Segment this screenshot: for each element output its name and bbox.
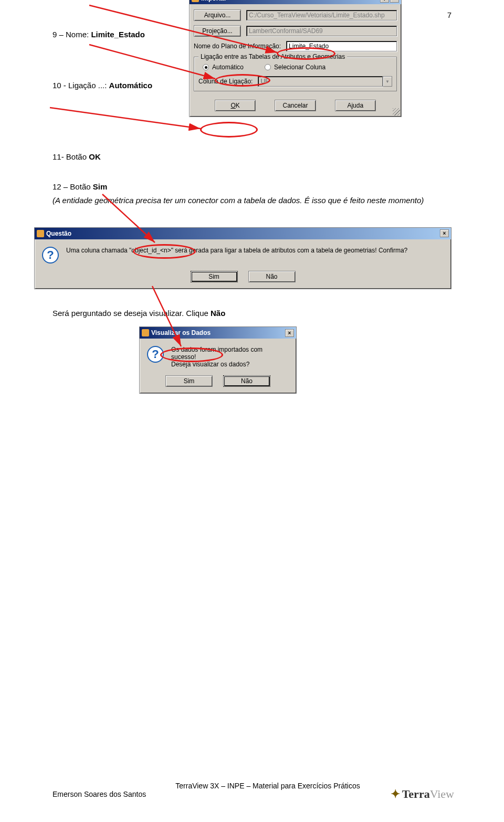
dialog-visualizar-title: Visualizar os Dados	[151, 329, 211, 336]
step-10-value: Automático	[109, 81, 153, 90]
cancelar-button[interactable]: Cancelar	[275, 100, 316, 111]
line-visualizar: Será perguntado se deseja visualizar. Cl…	[52, 308, 452, 320]
step-11-prefix: 11- Botão	[52, 152, 89, 161]
step-11: 11- Botão OK	[52, 151, 452, 163]
visualizar-bold: Não	[211, 309, 225, 318]
step-9-value: Limite_Estado	[91, 30, 145, 39]
coluna-field: UF	[258, 76, 383, 87]
close-button[interactable]: ×	[390, 0, 399, 3]
terraview-icon	[192, 0, 199, 2]
dialog-questao-title: Questão	[46, 230, 71, 237]
radio-checked-icon	[203, 64, 209, 70]
coluna-label: Coluna de Ligação:	[198, 78, 253, 85]
step-10-prefix: 10 - Ligação ...:	[52, 81, 109, 90]
question-icon: ?	[42, 247, 59, 264]
visualizar-msg-l1: Os dados foram importados com sucesso!	[171, 346, 289, 361]
ok-button[interactable]: OK	[215, 100, 256, 111]
dialog-visualizar: Visualizar os Dados × ? Os dados foram i…	[139, 326, 297, 394]
radio-selecionar[interactable]: Selecionar Coluna	[265, 64, 326, 71]
close-button[interactable]: ×	[440, 229, 449, 237]
radio-unchecked-icon	[265, 64, 271, 70]
visualizar-prefix: Será perguntado se deseja visualizar. Cl…	[52, 309, 211, 318]
dialog-questao-titlebar[interactable]: Questão ×	[35, 228, 451, 239]
sim-button[interactable]: Sim	[165, 375, 213, 387]
ligacao-group-title: Ligação entre as Tabelas de Atributos e …	[198, 53, 347, 60]
projecao-field: LambertConformal/SAD69	[246, 26, 397, 36]
step-9-prefix: 9 – Nome:	[52, 30, 91, 39]
dialog-questao: Questão × ? Uma coluna chamada "object_i…	[34, 227, 452, 289]
terraview-logo: ✦ TerraView	[391, 787, 454, 801]
dialog-importar-title: Importar	[201, 0, 227, 2]
close-button[interactable]: ×	[285, 329, 294, 337]
nao-button[interactable]: Não	[223, 375, 270, 387]
projecao-button[interactable]: Projeção...	[194, 25, 241, 37]
dialog-visualizar-titlebar[interactable]: Visualizar os Dados ×	[140, 327, 296, 339]
help-button[interactable]: ?	[380, 0, 389, 3]
plano-label: Nome do Plano de Informação:	[194, 43, 281, 50]
resize-grip-icon[interactable]	[393, 108, 400, 115]
arquivo-field: C:/Curso_TerraView/Vetoriais/Limite_Esta…	[246, 10, 397, 20]
step-12-note: (A entidade geométrica precisa ter um co…	[52, 195, 452, 207]
ajuda-button[interactable]: Ajuda	[335, 100, 376, 111]
question-icon: ?	[147, 346, 164, 363]
chevron-down-icon[interactable]: ▼	[383, 76, 392, 87]
step-12-prefix: 12 – Botão	[52, 182, 93, 191]
terraview-icon	[37, 230, 44, 237]
step-12: 12 – Botão Sim	[52, 181, 452, 193]
terraview-icon	[142, 329, 149, 336]
radio-selecionar-label: Selecionar Coluna	[274, 64, 326, 71]
dialog-importar-titlebar[interactable]: Importar ? ×	[190, 0, 401, 4]
step-12-value: Sim	[93, 182, 108, 191]
logo-light: View	[430, 787, 454, 800]
logo-glyph-icon: ✦	[391, 787, 400, 801]
step-11-value: OK	[89, 152, 101, 161]
ligacao-groupbox: Ligação entre as Tabelas de Atributos e …	[194, 57, 397, 91]
ok-label: K	[236, 102, 240, 109]
sim-button[interactable]: Sim	[191, 271, 238, 282]
logo-dark: Terra	[402, 787, 430, 800]
dialog-importar: Importar ? × Arquivo... C:/Curso_TerraVi…	[189, 0, 402, 117]
radio-automatico-label: Automático	[212, 64, 244, 71]
questao-message: Uma coluna chamada "object_id_<n>" será …	[66, 247, 407, 264]
radio-automatico[interactable]: Automático	[203, 64, 244, 71]
plano-field[interactable]: Limite_Estado	[286, 41, 397, 51]
nao-button[interactable]: Não	[248, 271, 296, 282]
arquivo-button[interactable]: Arquivo...	[194, 9, 241, 21]
visualizar-msg-l2: Deseja visualizar os dados?	[171, 361, 289, 368]
